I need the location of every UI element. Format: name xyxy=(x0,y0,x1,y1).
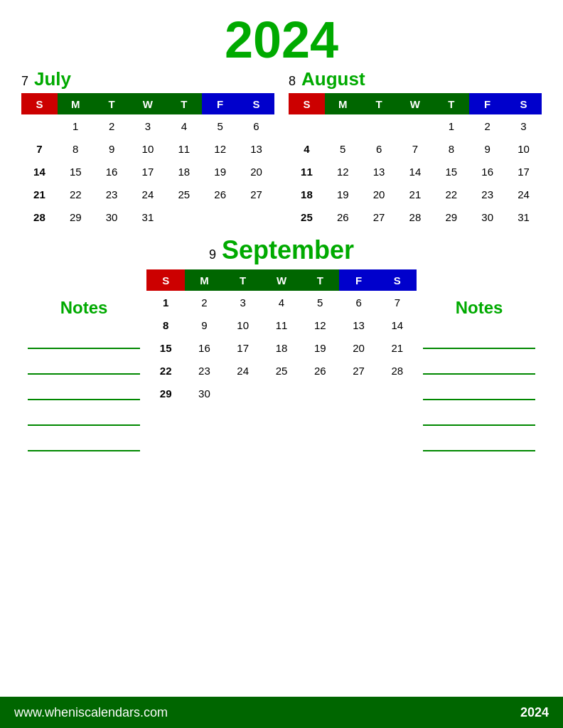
calendar-cell: 8 xyxy=(433,137,469,160)
year-header: 2024 xyxy=(21,14,542,65)
calendar-cell: 15 xyxy=(146,336,185,359)
left-notes-col: Notes xyxy=(21,269,146,451)
calendar-cell: 15 xyxy=(433,160,469,183)
calendar-cell: 1 xyxy=(58,114,94,137)
sep-body: 1234567891011121314151617181920212223242… xyxy=(146,291,417,405)
calendar-cell: 14 xyxy=(397,160,434,183)
july-th-mon: M xyxy=(58,93,94,114)
july-th-fri: F xyxy=(202,93,238,114)
sep-table: S M T W T F S 12345678910111213141516171… xyxy=(146,269,417,405)
aug-th-sat: S xyxy=(505,93,542,114)
calendar-cell: 16 xyxy=(469,160,505,183)
table-row: 14151617181920 xyxy=(21,160,274,183)
august-number: 8 xyxy=(289,74,296,89)
calendar-cell: 26 xyxy=(301,359,339,382)
calendar-cell: 22 xyxy=(433,183,469,205)
calendar-cell: 30 xyxy=(185,382,223,405)
calendar-cell: 23 xyxy=(185,359,223,382)
calendar-cell: 24 xyxy=(224,359,262,382)
calendar-cell xyxy=(378,382,417,405)
july-th-thu: T xyxy=(166,93,202,114)
calendar-cell: 22 xyxy=(146,359,185,382)
sep-name: September xyxy=(222,235,354,265)
calendar-cell: 31 xyxy=(505,205,542,228)
table-row: 891011121314 xyxy=(146,314,417,336)
note-line-right-1 xyxy=(423,323,535,349)
calendar-cell: 4 xyxy=(289,137,325,160)
page: 2024 7 July S M T W T F S xyxy=(0,0,563,728)
sep-number: 9 xyxy=(209,247,216,262)
calendar-cell: 21 xyxy=(21,183,58,205)
footer-url: www.wheniscalendars.com xyxy=(14,705,168,720)
calendar-cell: 6 xyxy=(339,291,377,314)
calendar-cell: 19 xyxy=(325,183,361,205)
sep-th-sat: S xyxy=(378,269,417,291)
calendar-cell: 24 xyxy=(130,183,166,205)
july-header: 7 July xyxy=(21,68,274,90)
calendar-cell xyxy=(289,114,325,137)
calendar-cell: 7 xyxy=(21,137,58,160)
calendar-cell xyxy=(21,114,58,137)
table-row: 11121314151617 xyxy=(289,160,542,183)
july-th-sat: S xyxy=(238,93,274,114)
calendar-cell: 11 xyxy=(166,137,202,160)
table-row: 45678910 xyxy=(289,137,542,160)
calendar-cell xyxy=(224,382,262,405)
calendar-cell: 22 xyxy=(58,183,94,205)
calendar-cell: 24 xyxy=(505,183,542,205)
calendar-cell: 12 xyxy=(325,160,361,183)
calendar-cell: 25 xyxy=(166,183,202,205)
footer-year: 2024 xyxy=(520,705,549,720)
calendar-cell: 16 xyxy=(185,336,223,359)
calendar-cell: 10 xyxy=(130,137,166,160)
august-header: 8 August xyxy=(289,68,542,90)
calendar-cell: 11 xyxy=(262,314,301,336)
aug-th-sun: S xyxy=(289,93,325,114)
calendar-cell: 30 xyxy=(94,205,130,228)
calendar-cell: 5 xyxy=(202,114,238,137)
right-notes-col: Notes xyxy=(417,269,542,451)
calendar-cell: 10 xyxy=(224,314,262,336)
left-notes-label: Notes xyxy=(21,298,146,318)
calendar-cell: 21 xyxy=(378,336,417,359)
calendar-cell: 23 xyxy=(94,183,130,205)
aug-th-thu: T xyxy=(433,93,469,114)
table-row: 21222324252627 xyxy=(21,183,274,205)
calendar-cell: 8 xyxy=(58,137,94,160)
calendar-cell: 23 xyxy=(469,183,505,205)
calendar-cell: 17 xyxy=(130,160,166,183)
calendar-cell xyxy=(339,382,377,405)
calendar-cell: 20 xyxy=(339,336,377,359)
calendar-cell: 13 xyxy=(339,314,377,336)
calendar-cell: 26 xyxy=(202,183,238,205)
calendar-cell: 4 xyxy=(166,114,202,137)
calendar-cell: 1 xyxy=(146,291,185,314)
calendar-cell: 1 xyxy=(433,114,469,137)
calendar-cell: 2 xyxy=(94,114,130,137)
calendar-cell: 29 xyxy=(58,205,94,228)
calendar-cell: 27 xyxy=(238,183,274,205)
july-th-sun: S xyxy=(21,93,58,114)
note-line-right-3 xyxy=(423,375,535,400)
sep-th-fri: F xyxy=(339,269,377,291)
calendar-cell: 11 xyxy=(289,160,325,183)
august-name: August xyxy=(301,68,365,90)
august-table: S M T W T F S 12345678910111213141516171… xyxy=(289,93,542,228)
calendar-cell: 9 xyxy=(469,137,505,160)
calendar-cell: 19 xyxy=(202,160,238,183)
july-th-wed: W xyxy=(130,93,166,114)
calendar-cell: 17 xyxy=(505,160,542,183)
calendar-cell: 9 xyxy=(185,314,223,336)
september-header: 9 September xyxy=(209,235,354,265)
calendar-cell: 14 xyxy=(21,160,58,183)
calendar-cell: 13 xyxy=(361,160,397,183)
july-number: 7 xyxy=(21,74,28,89)
note-line-left-5 xyxy=(28,426,140,451)
calendar-cell: 20 xyxy=(361,183,397,205)
calendar-cell: 25 xyxy=(289,205,325,228)
calendar-cell: 29 xyxy=(433,205,469,228)
september-cal-wrapper: S M T W T F S 12345678910111213141516171… xyxy=(146,269,417,405)
calendar-cell xyxy=(301,382,339,405)
calendar-cell: 27 xyxy=(361,205,397,228)
calendar-cell: 5 xyxy=(301,291,339,314)
